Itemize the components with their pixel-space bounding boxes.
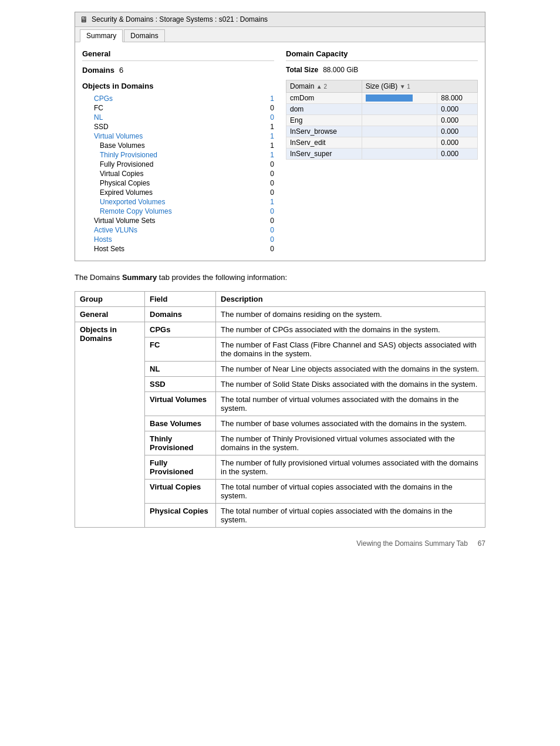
ref-desc-thinly: The number of Thinly Provisioned virtual… (216, 431, 485, 455)
object-active-vluns[interactable]: Active VLUNs 0 (82, 225, 274, 235)
ref-row-general: General Domains The number of domains re… (75, 307, 485, 322)
footer-page: 67 (478, 539, 485, 548)
desc-bold: Summary (122, 273, 157, 282)
ref-desc-pc: The total number of virtual copies assoc… (216, 504, 485, 528)
ref-field-thinly: Thinly Provisioned (145, 431, 216, 455)
object-fully-label: Fully Provisioned (100, 160, 153, 168)
table-row: cmDom 88.000 (286, 93, 478, 104)
desc-post: tab provides the following information: (157, 273, 287, 282)
size-sort-icon[interactable]: ▼ 1 (400, 83, 410, 90)
objects-title: Objects in Domains (82, 82, 274, 90)
object-vv-sets: Virtual Volume Sets 0 (82, 216, 274, 225)
table-row: InServ_edit 0.000 (286, 137, 478, 148)
object-nl[interactable]: NL 0 (82, 113, 274, 122)
domain-sort-icon[interactable]: ▲ 2 (316, 83, 327, 90)
ref-field-domains: Domains (145, 307, 216, 322)
domains-row: Domains 6 (82, 66, 274, 75)
domain-cell: cmDom (286, 93, 362, 104)
size-cell: 0.000 (437, 148, 478, 160)
ref-field-vc: Virtual Copies (145, 480, 216, 504)
object-thinly-label: Thinly Provisioned (100, 151, 157, 159)
object-fc-value: 0 (262, 104, 274, 112)
domain-cell: InServ_edit (286, 137, 362, 148)
size-col-header[interactable]: Size (GiB) ▼ 1 (362, 80, 477, 93)
object-fully-value: 0 (262, 160, 274, 168)
table-row: InServ_super 0.000 (286, 148, 478, 160)
object-hs-value: 0 (262, 245, 274, 253)
right-panel: Domain Capacity Total Size 88.000 GiB Do… (286, 49, 478, 254)
domain-cell: InServ_super (286, 148, 362, 160)
window-tabs: Summary Domains (75, 27, 485, 42)
ref-group-general: General (75, 307, 145, 322)
object-vlun-label: Active VLUNs (94, 226, 137, 234)
object-unexported[interactable]: Unexported Volumes 1 (82, 197, 274, 207)
ref-header-field: Field (145, 292, 216, 307)
footer-left: Viewing the Domains Summary Tab (356, 539, 477, 548)
object-ev-label: Expired Volumes (100, 188, 153, 197)
description-text: The Domains Summary tab provides the fol… (75, 273, 485, 282)
object-expired-volumes: Expired Volumes 0 (82, 188, 274, 197)
object-remote-copy[interactable]: Remote Copy Volumes 0 (82, 207, 274, 216)
ref-desc-nl: The number of Near Line objects associat… (216, 362, 485, 377)
object-virtual-copies: Virtual Copies 0 (82, 169, 274, 178)
object-unex-label: Unexported Volumes (100, 198, 165, 206)
object-virtual-volumes[interactable]: Virtual Volumes 1 (82, 131, 274, 141)
object-unex-value: 1 (262, 198, 274, 206)
object-vc-label: Virtual Copies (100, 170, 143, 178)
object-vv-label: Virtual Volumes (94, 132, 143, 140)
ref-desc-vv: The total number of virtual volumes asso… (216, 392, 485, 416)
ref-desc-fc: The number of Fast Class (Fibre Channel … (216, 337, 485, 362)
general-section-title: General (82, 49, 274, 61)
object-hosts[interactable]: Hosts 0 (82, 235, 274, 244)
object-pc-label: Physical Copies (100, 179, 150, 187)
ref-desc-fully: The number of fully provisioned virtual … (216, 455, 485, 480)
object-fc: FC 0 (82, 103, 274, 113)
ref-field-vv: Virtual Volumes (145, 392, 216, 416)
domains-label: Domains (82, 66, 114, 75)
bar-cell (362, 93, 437, 104)
page-footer: Viewing the Domains Summary Tab 67 (75, 539, 485, 548)
domain-table: Domain ▲ 2 Size (GiB) ▼ 1 cmDom (286, 80, 478, 160)
domain-col-label: Domain (290, 82, 314, 90)
object-vv-value: 1 (262, 132, 274, 140)
table-row: InServ_browse 0.000 (286, 126, 478, 137)
object-pc-value: 0 (262, 179, 274, 187)
window-panel: 🖥 Security & Domains : Storage Systems :… (75, 12, 485, 261)
object-thinly[interactable]: Thinly Provisioned 1 (82, 150, 274, 160)
domain-cell: dom (286, 104, 362, 115)
bar-cell (362, 148, 437, 160)
object-cpgs-value: 1 (262, 94, 274, 103)
object-rc-label: Remote Copy Volumes (100, 207, 172, 215)
object-vlun-value: 0 (262, 226, 274, 234)
object-bv-value: 1 (262, 141, 274, 150)
object-fc-label: FC (94, 104, 103, 112)
domains-value: 6 (119, 66, 123, 75)
ref-row-cpgs: Objects in Domains CPGs The number of CP… (75, 322, 485, 337)
ref-field-cpgs: CPGs (145, 322, 216, 337)
object-vvs-value: 0 (262, 217, 274, 225)
ref-header-description: Description (216, 292, 485, 307)
ref-group-objects: Objects in Domains (75, 322, 145, 528)
object-thinly-value: 1 (262, 151, 274, 159)
domain-col-header[interactable]: Domain ▲ 2 (286, 80, 362, 93)
tab-summary[interactable]: Summary (80, 29, 123, 42)
ref-field-bv: Base Volumes (145, 416, 216, 431)
object-cpgs[interactable]: CPGs 1 (82, 94, 274, 103)
size-cell: 0.000 (437, 137, 478, 148)
ref-field-pc: Physical Copies (145, 504, 216, 528)
bar-cell (362, 126, 437, 137)
ref-desc-ssd: The number of Solid State Disks associat… (216, 377, 485, 392)
bar-cell (362, 137, 437, 148)
object-base-volumes: Base Volumes 1 (82, 141, 274, 150)
total-size-value: 88.000 GiB (323, 66, 358, 74)
ref-field-ssd: SSD (145, 377, 216, 392)
object-fully: Fully Provisioned 0 (82, 160, 274, 169)
table-row: Eng 0.000 (286, 115, 478, 126)
tab-domains[interactable]: Domains (124, 29, 164, 42)
object-host-sets: Host Sets 0 (82, 244, 274, 254)
left-panel: General Domains 6 Objects in Domains CPG… (82, 49, 274, 254)
object-physical-copies: Physical Copies 0 (82, 178, 274, 188)
size-col-label: Size (GiB) (366, 82, 398, 90)
reference-table: Group Field Description General Domains … (75, 291, 485, 528)
object-ev-value: 0 (262, 188, 274, 197)
